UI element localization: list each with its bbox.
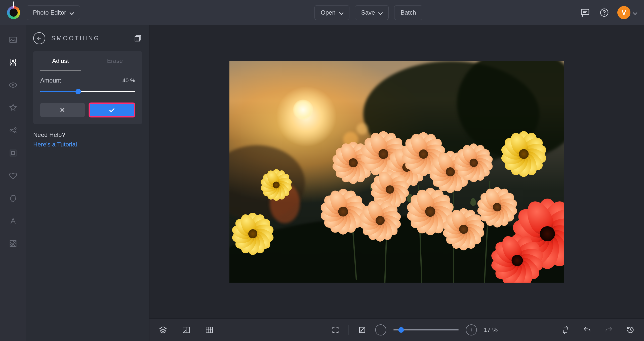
amount-slider[interactable] — [40, 89, 135, 94]
amount-value: 40 % — [123, 77, 135, 84]
sun — [293, 100, 313, 120]
svg-rect-0 — [581, 9, 589, 15]
rail-nodes-tool[interactable] — [7, 124, 19, 136]
svg-point-4 — [10, 63, 12, 64]
swap-icon — [561, 326, 570, 334]
svg-point-8 — [10, 130, 12, 131]
separator — [349, 325, 349, 335]
save-dropdown[interactable]: Save — [355, 5, 389, 20]
rail-adjust-tool[interactable] — [7, 56, 19, 68]
history-button[interactable] — [624, 324, 636, 336]
feedback-button[interactable] — [579, 7, 591, 19]
before-after-button[interactable] — [180, 324, 192, 336]
text-icon — [9, 216, 18, 225]
rail-text-tool[interactable] — [7, 215, 19, 227]
app-logo — [7, 6, 20, 19]
back-button[interactable] — [33, 32, 45, 44]
flower — [460, 149, 488, 177]
bottom-bar: 17 % — [149, 318, 644, 341]
undo-button[interactable] — [581, 324, 593, 336]
app-switcher-dropdown[interactable]: Photo Editor — [27, 5, 80, 20]
speech-bubble-icon — [580, 8, 590, 18]
expand-icon — [358, 326, 366, 334]
adjust-card: Adjust Erase Amount 40 % — [33, 51, 142, 124]
tab-erase-label: Erase — [107, 57, 123, 64]
redo-icon — [605, 326, 613, 334]
flower — [507, 138, 540, 170]
svg-rect-14 — [136, 35, 141, 40]
rail-star-tool[interactable] — [7, 102, 19, 114]
avatar: V — [617, 6, 630, 19]
plus-icon — [469, 327, 474, 332]
svg-point-5 — [12, 60, 14, 62]
layers-button[interactable] — [134, 34, 142, 43]
rail-frame-tool[interactable] — [7, 147, 19, 159]
slider-knob[interactable] — [75, 89, 81, 94]
amount-row: Amount 40 % — [33, 70, 142, 87]
tutorial-link[interactable]: Here's a Tutorial — [33, 141, 77, 148]
grid-button[interactable] — [203, 324, 215, 336]
flower — [365, 205, 395, 236]
apply-button[interactable] — [89, 103, 135, 117]
bud — [470, 198, 476, 206]
rail-texture-tool[interactable] — [7, 238, 19, 250]
chevron-down-icon — [339, 11, 343, 15]
zoom-slider[interactable] — [393, 327, 459, 332]
canvas-stage[interactable] — [149, 25, 644, 318]
heart-icon — [9, 171, 18, 180]
help-button[interactable] — [598, 7, 610, 19]
batch-button[interactable]: Batch — [394, 5, 422, 20]
tab-erase[interactable]: Erase — [88, 51, 142, 70]
panel-title: SMOOTHING — [51, 35, 100, 42]
tool-rail — [0, 25, 26, 341]
arrow-left-icon — [36, 35, 42, 41]
close-icon — [59, 106, 66, 113]
compare-split-button[interactable] — [559, 324, 572, 336]
top-center-actions: Open Save Batch — [314, 0, 422, 25]
rail-image-tool[interactable] — [7, 34, 19, 46]
side-panel: SMOOTHING Adjust Erase Amount 40 % — [26, 25, 149, 341]
open-label: Open — [321, 9, 336, 16]
svg-point-9 — [14, 128, 16, 129]
redo-button[interactable] — [603, 324, 615, 336]
help-question: Need Help? — [33, 131, 142, 138]
frame-icon — [9, 148, 18, 158]
top-bar: Photo Editor Open Save Batch V — [0, 0, 644, 25]
cancel-button[interactable] — [40, 103, 85, 117]
flower — [327, 195, 359, 228]
svg-rect-3 — [10, 37, 16, 43]
panel-header: SMOOTHING — [26, 32, 149, 44]
flower — [498, 242, 536, 279]
compare-icon — [182, 326, 190, 334]
rail-heart-tool[interactable] — [7, 170, 19, 182]
zoom-in-button[interactable] — [466, 324, 477, 335]
undo-icon — [583, 326, 591, 334]
slider-fill — [40, 91, 78, 92]
nodes-icon — [9, 126, 18, 135]
sliders-icon — [9, 58, 18, 67]
bottom-right-tools — [559, 324, 636, 336]
account-menu[interactable]: V — [617, 6, 637, 19]
batch-label: Batch — [400, 9, 416, 16]
tab-adjust[interactable]: Adjust — [33, 51, 88, 70]
flower — [449, 214, 479, 244]
app-switcher-label: Photo Editor — [33, 9, 66, 16]
actual-size-button[interactable] — [356, 324, 368, 336]
rail-eye-tool[interactable] — [7, 79, 19, 91]
rail-badge-tool[interactable] — [7, 192, 19, 204]
texture-icon — [9, 239, 18, 248]
zoom-out-button[interactable] — [375, 324, 386, 335]
svg-point-7 — [12, 84, 14, 86]
help-block: Need Help? Here's a Tutorial — [26, 124, 149, 148]
tab-adjust-label: Adjust — [52, 57, 69, 64]
zoom-knob[interactable] — [398, 327, 404, 333]
bokeh — [356, 123, 368, 135]
fit-button[interactable] — [330, 324, 342, 336]
chevron-down-icon — [378, 11, 382, 15]
svg-point-10 — [14, 131, 16, 133]
chevron-down-icon — [633, 11, 637, 15]
open-dropdown[interactable]: Open — [314, 5, 349, 20]
svg-point-6 — [15, 62, 16, 64]
flower — [413, 195, 447, 229]
layers-toggle-button[interactable] — [157, 324, 169, 336]
